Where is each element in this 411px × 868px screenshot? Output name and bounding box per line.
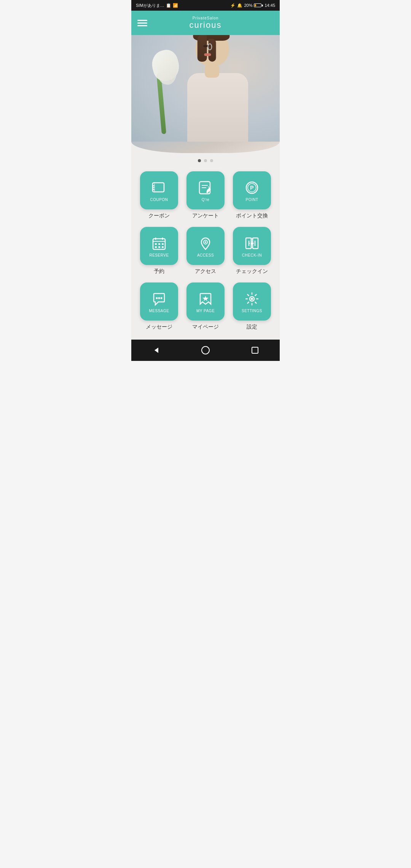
coupon-label: COUPON <box>150 198 168 202</box>
time-text: 14:45 <box>264 3 275 8</box>
app-title-main: curious <box>190 20 222 30</box>
app-title: PrivateSalon curious <box>190 16 222 30</box>
settings-text: 設定 <box>247 324 257 330</box>
access-text: アクセス <box>195 268 216 275</box>
point-icon: P <box>244 179 260 196</box>
access-label: ACCESS <box>197 253 214 257</box>
svg-rect-20 <box>158 246 160 248</box>
access-icon <box>197 235 214 252</box>
back-button[interactable] <box>148 343 164 358</box>
hamburger-icon <box>137 25 147 26</box>
svg-rect-17 <box>158 243 160 245</box>
settings-icon <box>244 290 260 307</box>
coupon-text: クーポン <box>148 212 170 219</box>
svg-rect-16 <box>155 243 157 245</box>
svg-point-32 <box>158 297 160 299</box>
status-bar: SIMがありま… 📋 📶 ⚡ 🔔 20% 14:45 <box>131 0 280 11</box>
hero-banner <box>131 35 280 142</box>
svg-point-36 <box>251 298 253 300</box>
dot-1[interactable] <box>198 159 201 162</box>
coupon-icon-box: COUPON <box>140 171 178 209</box>
svg-point-38 <box>202 346 209 354</box>
svg-text:P: P <box>250 185 253 191</box>
reserve-icon <box>151 235 167 252</box>
mypage-text: マイページ <box>192 324 219 330</box>
svg-point-30 <box>251 242 253 244</box>
svg-point-33 <box>161 297 162 299</box>
point-text: ポイント交換 <box>236 212 268 219</box>
dots-section <box>131 142 280 165</box>
wifi-icon: 📶 <box>173 3 178 8</box>
header: PrivateSalon curious <box>131 11 280 35</box>
svg-rect-18 <box>162 243 164 245</box>
mypage-icon <box>197 290 214 307</box>
menu-item-reserve[interactable]: RESERVE 予約 <box>139 227 179 275</box>
carrier-text: SIMがありま… <box>136 3 164 8</box>
svg-rect-19 <box>155 246 157 248</box>
message-text: メッセージ <box>146 324 172 330</box>
mypage-icon-box: MY PAGE <box>186 282 225 321</box>
menu-item-point[interactable]: P POINT ポイント交換 <box>232 171 272 219</box>
main-menu-grid: COUPON クーポン Q're アンケート P POINT ポ <box>131 165 280 340</box>
status-right: ⚡ 🔔 20% 14:45 <box>230 3 275 8</box>
dot-3[interactable] <box>210 159 213 162</box>
menu-item-mypage[interactable]: MY PAGE マイページ <box>185 282 226 330</box>
checkin-text: チェックイン <box>236 268 268 275</box>
menu-item-questionnaire[interactable]: Q're アンケート <box>185 171 226 219</box>
battery-icon <box>254 3 263 7</box>
hamburger-icon <box>137 20 147 21</box>
message-label: MESSAGE <box>149 309 169 313</box>
settings-icon-box: SETTINGS <box>233 282 271 321</box>
questionnaire-label: Q're <box>202 198 210 202</box>
recent-button[interactable] <box>247 343 263 358</box>
message-icon-box: MESSAGE <box>140 282 178 321</box>
checkin-icon-box: CHECK-IN <box>233 227 271 265</box>
access-icon-box: ACCESS <box>186 227 225 265</box>
checkin-icon <box>244 235 260 252</box>
mypage-label: MY PAGE <box>196 309 215 313</box>
menu-item-checkin[interactable]: CHECK-IN チェックイン <box>232 227 272 275</box>
message-icon <box>151 290 167 307</box>
svg-line-8 <box>208 187 209 188</box>
app-subtitle: PrivateSalon <box>190 16 222 20</box>
dot-2[interactable] <box>204 159 207 162</box>
svg-point-23 <box>205 241 206 243</box>
home-button[interactable] <box>198 343 213 358</box>
status-left: SIMがありま… 📋 📶 <box>136 3 178 8</box>
checkin-label: CHECK-IN <box>242 253 262 257</box>
svg-point-31 <box>156 297 158 299</box>
reserve-icon-box: RESERVE <box>140 227 178 265</box>
settings-label: SETTINGS <box>242 309 262 313</box>
reserve-label: RESERVE <box>149 253 169 257</box>
menu-button[interactable] <box>137 18 147 28</box>
questionnaire-text: アンケート <box>192 212 219 219</box>
menu-item-coupon[interactable]: COUPON クーポン <box>139 171 179 219</box>
point-icon-box: P POINT <box>233 171 271 209</box>
battery-text: 20% <box>244 3 252 8</box>
menu-item-access[interactable]: ACCESS アクセス <box>185 227 226 275</box>
svg-marker-34 <box>202 296 209 301</box>
sim-icon: 📋 <box>166 3 171 8</box>
coupon-icon <box>151 179 167 196</box>
svg-marker-37 <box>155 348 158 353</box>
svg-rect-21 <box>162 246 164 248</box>
reserve-text: 予約 <box>154 268 164 275</box>
hamburger-icon <box>137 22 147 24</box>
menu-item-settings[interactable]: SETTINGS 設定 <box>232 282 272 330</box>
menu-item-message[interactable]: MESSAGE メッセージ <box>139 282 179 330</box>
carousel-dots <box>131 153 280 165</box>
alarm-icon: 🔔 <box>237 3 242 8</box>
questionnaire-icon <box>197 179 214 196</box>
bottom-nav <box>131 340 280 361</box>
bluetooth-icon: ⚡ <box>230 3 236 8</box>
svg-rect-39 <box>252 347 258 353</box>
point-label: POINT <box>245 198 258 202</box>
questionnaire-icon-box: Q're <box>186 171 225 209</box>
